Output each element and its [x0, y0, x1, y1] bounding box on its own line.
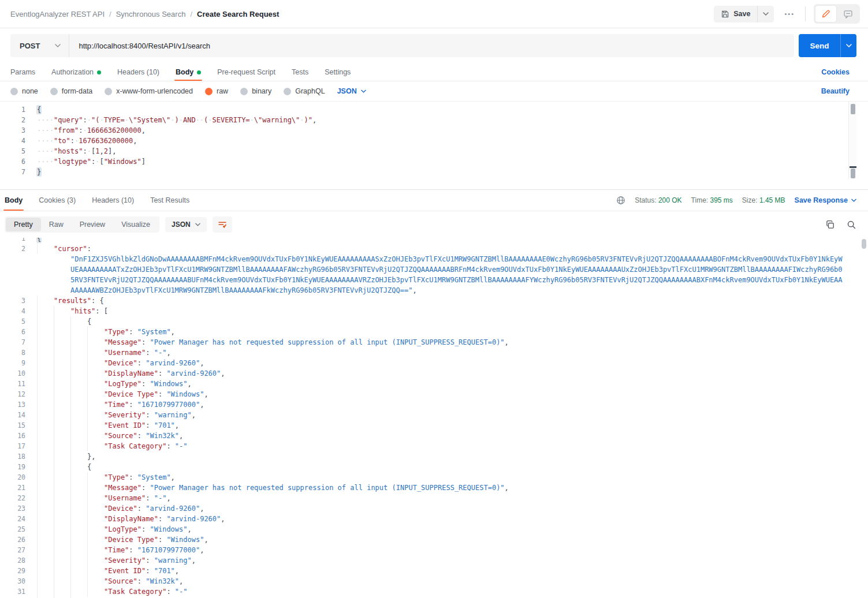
- response-line: 18},: [0, 451, 868, 462]
- editor-line[interactable]: 7}: [0, 167, 868, 177]
- tab-params[interactable]: Params: [10, 63, 35, 81]
- size-badge[interactable]: Size: 1.45 MB: [742, 196, 785, 204]
- radio-label: GraphQL: [295, 87, 325, 95]
- editor-line[interactable]: 1{: [0, 104, 868, 115]
- save-response-button[interactable]: Save Response: [795, 196, 856, 204]
- tab-body[interactable]: Body: [176, 63, 201, 81]
- body-type-form-data[interactable]: form-data: [50, 87, 93, 95]
- copy-button[interactable]: [825, 220, 835, 230]
- body-type-none[interactable]: none: [10, 87, 38, 95]
- tab-headers-10-[interactable]: Headers (10): [117, 63, 159, 81]
- line-number: 21: [0, 483, 25, 493]
- chevron-down-icon: [846, 44, 852, 47]
- body-type-raw[interactable]: raw: [205, 87, 228, 95]
- tab-label: Body: [5, 196, 23, 204]
- tab-authorization[interactable]: Authorization: [51, 63, 101, 81]
- editor-line[interactable]: 5····"hosts":·[1,2],: [0, 146, 868, 156]
- editor-scrollbar[interactable]: [848, 102, 856, 178]
- method-selector[interactable]: POST: [10, 34, 69, 57]
- line-number: 12: [0, 389, 25, 399]
- line-number: 19: [0, 462, 25, 472]
- send-button[interactable]: Send: [799, 34, 840, 57]
- method-label: POST: [20, 42, 40, 50]
- beautify-link[interactable]: Beautify: [821, 87, 850, 95]
- response-body-viewer[interactable]: 1{2"cursor":"DnF1ZXJ5VGhlbkZldGNoDwAAAAA…: [0, 238, 868, 598]
- response-scrollbar[interactable]: [862, 238, 866, 598]
- response-line: 20"Type": "System",: [0, 472, 868, 483]
- response-language-selector[interactable]: JSON: [165, 217, 207, 232]
- request-body-editor[interactable]: 1{2····"query":·"(·TYPE=·\"System\"·)·AN…: [0, 101, 868, 178]
- response-tab-body[interactable]: Body: [5, 190, 23, 211]
- edit-request-button[interactable]: [815, 6, 836, 22]
- url-input[interactable]: http://localhost:8400/RestAPI/v1/search: [69, 42, 219, 50]
- cursor-value: "DnF1ZXJ5VGhlbkZldGNoDwAAAAAAAABMFnM4ckR…: [70, 254, 843, 296]
- line-number: 2: [0, 115, 25, 125]
- breadcrumb-request-title[interactable]: Create Search Request: [197, 10, 279, 18]
- request-language-selector[interactable]: JSON: [337, 87, 366, 95]
- line-number: 30: [0, 576, 25, 586]
- line-number: 8: [0, 347, 25, 358]
- response-tab-cookies-3-[interactable]: Cookies (3): [39, 190, 76, 211]
- editor-line[interactable]: 4····"to":·1676636200000,: [0, 136, 868, 146]
- pencil-icon: [821, 9, 830, 18]
- line-number: 29: [0, 566, 25, 576]
- view-pretty[interactable]: Pretty: [6, 218, 41, 231]
- save-options-button[interactable]: [757, 6, 774, 23]
- chevron-down-icon: [361, 89, 366, 93]
- line-number: 24: [0, 514, 25, 524]
- response-scrollbar-thumb[interactable]: [862, 239, 866, 249]
- body-type-GraphQL[interactable]: GraphQL: [284, 87, 325, 95]
- tab-settings[interactable]: Settings: [325, 63, 351, 81]
- radio-label: raw: [217, 87, 228, 95]
- editor-scrollbar-thumb[interactable]: [851, 169, 855, 178]
- response-line: 4"hits": [: [0, 306, 868, 316]
- line-number: 6: [0, 156, 25, 167]
- save-button[interactable]: Save: [714, 6, 757, 23]
- response-line: 3"results": {: [0, 296, 868, 306]
- line-number: 20: [0, 472, 25, 483]
- floppy-icon: [721, 10, 729, 18]
- green-dot-icon: [197, 70, 201, 74]
- response-line: 16"Source": "Win32k",: [0, 431, 868, 441]
- send-options-button[interactable]: [840, 34, 856, 57]
- tab-pre-request-script[interactable]: Pre-request Script: [217, 63, 275, 81]
- comments-button[interactable]: [837, 6, 858, 22]
- save-button-label: Save: [733, 10, 750, 18]
- time-badge[interactable]: Time: 395 ms: [691, 196, 733, 204]
- tab-label: Pre-request Script: [217, 68, 275, 76]
- view-visualize[interactable]: Visualize: [113, 218, 158, 231]
- line-number: 4: [0, 136, 25, 146]
- context-panel-switcher: [814, 4, 860, 24]
- globe-icon[interactable]: [616, 196, 625, 205]
- status-badge[interactable]: Status: 200 OK: [635, 196, 681, 204]
- tab-tests[interactable]: Tests: [292, 63, 308, 81]
- breadcrumb-collection[interactable]: EventlogAnalyzer REST API: [10, 10, 105, 18]
- wrap-lines-button[interactable]: [213, 216, 232, 233]
- url-builder: POST http://localhost:8400/RestAPI/v1/se…: [0, 28, 868, 63]
- editor-line[interactable]: 2····"query":·"(·TYPE=·\"System\"·)·AND·…: [0, 115, 868, 125]
- response-line: 12"Device Type": "Windows",: [0, 389, 868, 399]
- response-line: 30"Source": "Win32k",: [0, 576, 868, 586]
- breadcrumb: EventlogAnalyzer REST API / Synchronous …: [10, 10, 279, 18]
- body-type-x-www-form-urlencoded[interactable]: x-www-form-urlencoded: [105, 87, 193, 95]
- view-preview[interactable]: Preview: [72, 218, 113, 231]
- body-type-binary[interactable]: binary: [240, 87, 271, 95]
- response-line: 14"Severity": "warning",: [0, 410, 868, 420]
- editor-line[interactable]: 6····"logtype":·["Windows"]: [0, 156, 868, 167]
- line-number: 4: [0, 306, 25, 316]
- response-tab-test-results[interactable]: Test Results: [150, 190, 189, 211]
- url-box: POST http://localhost:8400/RestAPI/v1/se…: [10, 34, 794, 57]
- breadcrumb-folder[interactable]: Synchronous Search: [116, 10, 186, 18]
- response-tab-headers-10-[interactable]: Headers (10): [92, 190, 134, 211]
- cookies-link[interactable]: Cookies: [821, 68, 850, 76]
- more-options-button[interactable]: •••: [782, 7, 797, 21]
- search-button[interactable]: [847, 220, 856, 230]
- editor-scrollbar-thumb[interactable]: [851, 104, 855, 114]
- line-number: 16: [0, 431, 25, 441]
- editor-line[interactable]: 3····"from":·1666636200000,: [0, 125, 868, 136]
- view-raw[interactable]: Raw: [41, 218, 72, 231]
- chevron-down-icon: [195, 223, 200, 226]
- breadcrumb-separator: /: [109, 10, 111, 18]
- tab-label: Headers (10): [117, 68, 159, 76]
- tab-label: Settings: [325, 68, 351, 76]
